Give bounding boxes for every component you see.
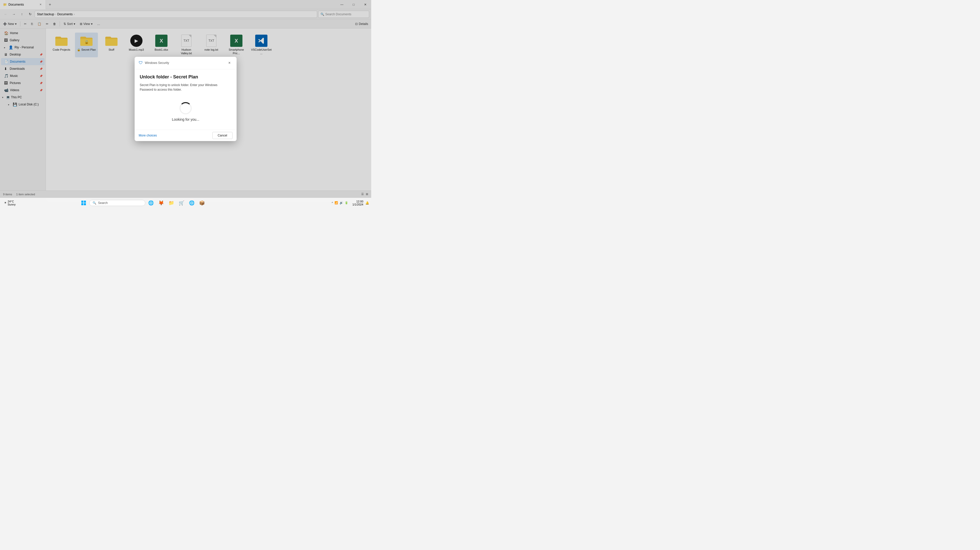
looking-for-you-text: Looking for you... — [172, 117, 199, 122]
taskbar-icon-edge[interactable]: 🌐 — [187, 198, 196, 208]
svg-rect-3 — [81, 203, 83, 205]
loading-spinner — [180, 102, 192, 114]
dialog-description: Secret Plan is trying to unlock folder. … — [140, 83, 231, 92]
weather-widget[interactable]: ☀ 24°C Sunny — [2, 200, 18, 206]
dialog-loading: Looking for you... — [140, 98, 231, 125]
weather-desc: Sunny — [8, 203, 16, 206]
start-button[interactable] — [79, 198, 88, 208]
volume-icon[interactable]: 🔊 — [340, 201, 343, 204]
dialog-body: Unlock folder - Secret Plan Secret Plan … — [135, 69, 237, 130]
spinner-arc — [180, 102, 192, 114]
network-icon[interactable]: 📶 — [334, 201, 338, 204]
dialog-actions: Cancel — [212, 132, 232, 139]
weather-temp: 24°C — [8, 200, 16, 203]
clock[interactable]: 12:00 1/1/2024 — [351, 200, 364, 206]
taskbar-icon-explorer[interactable]: 📁 — [167, 198, 176, 208]
chevron-icon[interactable]: ^ — [332, 201, 333, 204]
svg-rect-4 — [84, 203, 86, 205]
taskbar-icon-1[interactable]: 🌐 — [146, 198, 156, 208]
dialog-title: Unlock folder - Secret Plan — [140, 74, 231, 80]
taskbar-right: ^ 📶 🔊 🔋 12:00 1/1/2024 🔔 — [329, 200, 369, 206]
taskbar-icon-app[interactable]: 📦 — [197, 198, 207, 208]
battery-icon[interactable]: 🔋 — [345, 201, 348, 204]
clock-date: 1/1/2024 — [352, 203, 363, 206]
dialog-close-button[interactable]: ✕ — [226, 60, 232, 66]
taskbar: ☀ 24°C Sunny 🔍 Search 🌐 🦊 📁 🛒 🌐 📦 — [0, 198, 371, 208]
dialog-titlebar-label: Windows Security — [145, 61, 169, 65]
dialog-overlay: 🛡 Windows Security ✕ Unlock folder - Sec… — [0, 0, 371, 198]
system-tray: ^ 📶 🔊 🔋 — [329, 201, 350, 204]
dialog-footer: More choices Cancel — [135, 130, 237, 141]
taskbar-search-placeholder: Search — [98, 201, 108, 205]
windows-security-dialog: 🛡 Windows Security ✕ Unlock folder - Sec… — [135, 57, 237, 141]
windows-security-icon: 🛡 — [139, 60, 143, 65]
taskbar-search-icon: 🔍 — [92, 201, 96, 205]
dialog-titlebar: 🛡 Windows Security ✕ — [135, 57, 237, 69]
svg-rect-1 — [81, 201, 83, 203]
taskbar-left: ☀ 24°C Sunny — [2, 200, 18, 206]
more-choices-link[interactable]: More choices — [139, 134, 157, 137]
cancel-button[interactable]: Cancel — [212, 132, 232, 139]
taskbar-icon-store[interactable]: 🛒 — [177, 198, 186, 208]
taskbar-icon-firefox[interactable]: 🦊 — [156, 198, 166, 208]
svg-rect-2 — [84, 201, 86, 203]
taskbar-center: 🔍 Search 🌐 🦊 📁 🛒 🌐 📦 — [79, 198, 207, 208]
taskbar-search[interactable]: 🔍 Search — [89, 200, 145, 206]
notification-icon[interactable]: 🔔 — [365, 201, 369, 205]
weather-icon: ☀ — [4, 201, 6, 204]
clock-time: 12:00 — [352, 200, 363, 203]
